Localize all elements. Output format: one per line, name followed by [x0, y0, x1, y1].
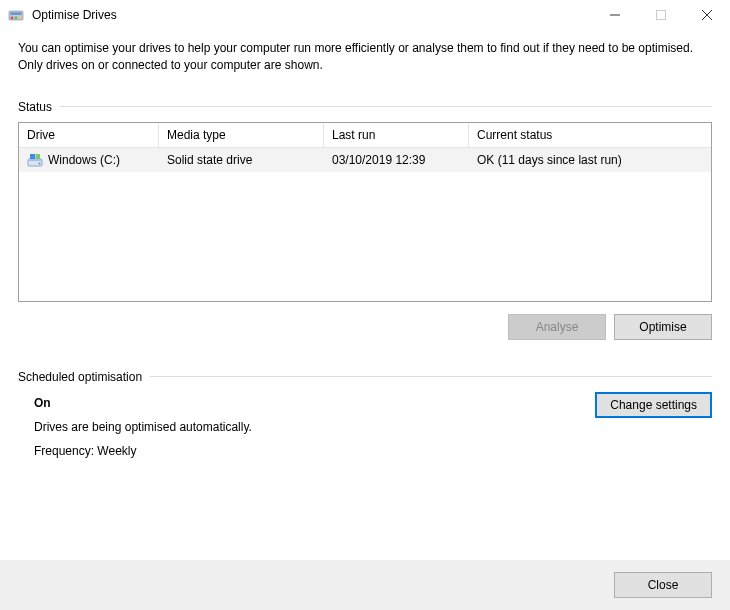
window-title: Optimise Drives: [32, 8, 592, 22]
window-controls: [592, 0, 730, 30]
svg-point-4: [19, 17, 22, 20]
schedule-block: On Drives are being optimised automatica…: [18, 392, 712, 458]
maximize-button[interactable]: [638, 0, 684, 30]
schedule-section-label: Scheduled optimisation: [18, 370, 712, 384]
cell-drive: Windows (C:): [19, 148, 159, 172]
schedule-status: On: [34, 396, 595, 410]
drive-table: Drive Media type Last run Current status…: [18, 122, 712, 302]
status-section-label: Status: [18, 100, 712, 114]
cell-status: OK (11 days since last run): [469, 148, 711, 172]
schedule-label-text: Scheduled optimisation: [18, 370, 142, 384]
header-last-run[interactable]: Last run: [324, 123, 469, 147]
drive-icon: [27, 152, 43, 168]
table-header: Drive Media type Last run Current status: [19, 123, 711, 148]
svg-rect-10: [28, 159, 42, 161]
svg-point-13: [39, 162, 41, 164]
svg-rect-11: [30, 154, 35, 159]
cell-drive-text: Windows (C:): [48, 153, 120, 167]
minimize-button[interactable]: [592, 0, 638, 30]
svg-point-3: [15, 17, 18, 20]
schedule-description: Drives are being optimised automatically…: [34, 420, 595, 434]
schedule-frequency: Frequency: Weekly: [34, 444, 595, 458]
cell-media: Solid state drive: [159, 148, 324, 172]
description-text: You can optimise your drives to help you…: [18, 40, 712, 74]
header-status[interactable]: Current status: [469, 123, 711, 147]
action-row: Analyse Optimise: [18, 314, 712, 340]
cell-last-run: 03/10/2019 12:39: [324, 148, 469, 172]
close-dialog-button[interactable]: Close: [614, 572, 712, 598]
titlebar: Optimise Drives: [0, 0, 730, 30]
footer: Close: [0, 560, 730, 610]
status-label-text: Status: [18, 100, 52, 114]
app-icon: [8, 7, 24, 23]
change-settings-button[interactable]: Change settings: [595, 392, 712, 418]
svg-rect-6: [657, 11, 666, 20]
divider: [60, 106, 712, 107]
optimise-button[interactable]: Optimise: [614, 314, 712, 340]
svg-point-2: [11, 17, 14, 20]
schedule-text: On Drives are being optimised automatica…: [34, 392, 595, 458]
table-row[interactable]: Windows (C:) Solid state drive 03/10/201…: [19, 148, 711, 172]
svg-rect-12: [36, 154, 41, 159]
header-media[interactable]: Media type: [159, 123, 324, 147]
divider: [150, 376, 712, 377]
header-drive[interactable]: Drive: [19, 123, 159, 147]
close-button[interactable]: [684, 0, 730, 30]
analyse-button: Analyse: [508, 314, 606, 340]
svg-rect-1: [11, 13, 22, 15]
